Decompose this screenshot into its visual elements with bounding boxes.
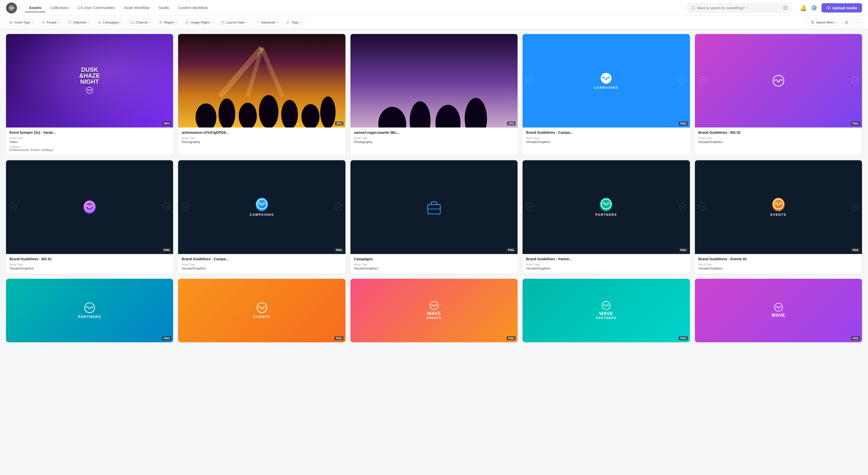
settings-icon[interactable]: ⚙️ — [811, 5, 817, 11]
svg-point-25 — [288, 22, 290, 23]
asset-card[interactable]: JPG actionvance-eXVd7gDPO9... Asset Type… — [178, 34, 345, 155]
asset-type-value: Video — [9, 140, 169, 144]
filter-label: Launch Date — [226, 21, 245, 24]
upload-media-button[interactable]: Upload media — [822, 3, 862, 12]
asset-thumb-inner: WAVE EVENTS — [350, 279, 518, 342]
filter-label: Channel — [135, 21, 148, 24]
more-options-button[interactable] — [853, 19, 862, 26]
asset-thumb-inner — [695, 34, 862, 127]
asset-thumbnail: EVENTS PNG — [178, 279, 345, 342]
asset-type-value: Photography — [354, 140, 514, 144]
asset-type-value: Visuals/Graphics — [526, 140, 686, 144]
upload-label: Upload media — [833, 6, 857, 10]
asset-card[interactable]: CAMPAIGNS PNG Brand Guidelines - Campa..… — [178, 160, 345, 274]
svg-rect-28 — [847, 21, 848, 22]
filter-asset-type[interactable]: Asset Type ▾ — [6, 19, 36, 26]
region-icon — [159, 21, 162, 24]
bell-icon[interactable]: 🔔 — [800, 5, 807, 11]
asset-type-label: Asset Type — [354, 263, 514, 266]
image-icon — [9, 21, 13, 24]
filter-objective[interactable]: Objective ▾ — [65, 19, 93, 26]
svg-point-15 — [160, 22, 161, 23]
format-badge: PNG — [851, 122, 860, 126]
asset-card[interactable]: JPG samuel-regan-asante-3Bc... Asset Typ… — [350, 34, 518, 155]
grid-icon — [845, 21, 848, 24]
tab-assets[interactable]: Assets — [25, 3, 45, 12]
search-input[interactable] — [697, 6, 781, 10]
filter-launch-date[interactable]: Launch Date ▾ — [218, 19, 251, 26]
asset-card[interactable]: PNG Brand Guidelines - BG 02 Asset Type … — [695, 34, 862, 155]
saved-filters-label: Saved filters — [816, 21, 834, 24]
filter-channel[interactable]: Channel ▾ — [127, 19, 154, 26]
people-icon — [41, 21, 45, 24]
svg-point-1 — [692, 6, 694, 9]
tab-collections[interactable]: Collections — [46, 3, 72, 12]
asset-thumbnail: PARTNERS PNG — [6, 279, 173, 342]
tab-asset-workflow[interactable]: Asset Workflow — [120, 3, 154, 12]
category-label: Category — [9, 145, 169, 148]
format-badge: JPG — [335, 122, 343, 126]
filter-label: Tags — [292, 21, 299, 24]
asset-thumbnail: CAMPAIGNS PNG — [178, 160, 345, 254]
asset-card[interactable]: PARTNERS PNG — [6, 279, 173, 342]
asset-title: Brand Guidelines - Campa... — [182, 257, 342, 261]
asset-card[interactable]: PARTNERS PNG Brand Guidelines - Partne..… — [523, 160, 690, 274]
asset-thumb-inner: CAMPAIGNS — [523, 34, 690, 127]
tab-content-workflow[interactable]: Content Workflow — [174, 3, 212, 12]
filter-usage-rights[interactable]: Usage Rights ▾ — [182, 19, 216, 26]
filter-bar: Asset Type ▾ People ▾ Objective ▾ Campai… — [0, 16, 868, 29]
svg-point-8 — [42, 21, 43, 22]
filter-campaigns[interactable]: Campaigns ▾ — [95, 19, 125, 26]
chevron-down-icon: ▾ — [88, 21, 89, 24]
asset-card[interactable]: WAVE EVENTS PNG — [350, 279, 518, 342]
asset-card[interactable]: CAMPAIGNS PNG Brand Guidelines - Campa..… — [523, 34, 690, 155]
chevron-down-icon: ▾ — [300, 21, 301, 24]
asset-card[interactable]: PNG Campaigns Asset Type Visuals/Graphic… — [350, 160, 518, 274]
tab-cx-user-communities[interactable]: CX User Communities — [74, 3, 119, 12]
format-badge: PNG — [506, 248, 516, 252]
asset-info: Brand Guidelines - Partne... Asset Type … — [523, 254, 690, 274]
asset-type-label: Asset Type — [526, 136, 686, 139]
filter-region[interactable]: Region ▾ — [156, 19, 180, 26]
asset-card[interactable]: WAVE PNG — [695, 279, 862, 342]
logo[interactable] — [6, 2, 17, 13]
asset-type-value: Visuals/Graphics — [182, 266, 342, 270]
svg-point-4 — [784, 7, 785, 7]
advanced-icon — [256, 21, 259, 24]
asset-grid: DUSK&HAZENIGHT MP4 Event bumper (3s) - V… — [6, 34, 862, 342]
asset-card[interactable]: DUSK&HAZENIGHT MP4 Event bumper (3s) - V… — [6, 34, 173, 155]
asset-type-value: Photography — [182, 140, 342, 144]
filter-advanced[interactable]: Advanced ▾ — [253, 19, 281, 26]
asset-title: Brand Guidelines - BG 01 — [9, 257, 169, 261]
asset-info: actionvance-eXVd7gDPO9... Asset Type Pho… — [178, 127, 345, 147]
asset-title: Brand Guidelines - BG 02 — [699, 130, 859, 134]
asset-card[interactable]: PNG Brand Guidelines - BG 01 Asset Type … — [6, 160, 173, 274]
format-badge: MP4 — [163, 122, 172, 126]
filter-label: Advanced — [261, 21, 275, 24]
format-badge: PNG — [679, 122, 688, 126]
format-badge: PNG — [335, 248, 343, 252]
filter-label: Asset Type — [14, 21, 30, 24]
format-badge: PNG — [162, 248, 172, 252]
svg-rect-27 — [845, 21, 846, 22]
tab-studio[interactable]: Studio — [155, 3, 173, 12]
asset-type-label: Asset Type — [699, 136, 859, 139]
svg-point-7 — [10, 22, 11, 22]
view-toggle-button[interactable] — [842, 19, 851, 26]
asset-card[interactable]: EVENTS PNG — [178, 279, 345, 342]
asset-info: samuel-regan-asante-3Bc... Asset Type Ph… — [350, 127, 518, 147]
filter-tags[interactable]: Tags ▾ — [283, 19, 304, 26]
svg-rect-16 — [186, 22, 189, 24]
asset-title: Event bumper (3s) - Variat... — [9, 130, 169, 134]
header: Assets Collections CX User Communities A… — [0, 0, 868, 16]
saved-filters-button[interactable]: Saved filters ▾ — [808, 19, 840, 26]
filter-people[interactable]: People ▾ — [38, 19, 63, 26]
format-badge: PNG — [679, 336, 688, 340]
asset-thumb-inner: PARTNERS — [6, 279, 173, 342]
asset-card[interactable]: EVENTS PNG Brand Guidelines - Events 01 … — [695, 160, 862, 274]
asset-thumb-inner: EVENTS — [695, 160, 862, 254]
asset-card[interactable]: WAVE PARTNERS PNG — [523, 279, 690, 342]
search-bar[interactable] — [687, 3, 792, 12]
asset-info: Brand Guidelines - BG 01 Asset Type Visu… — [6, 254, 173, 274]
asset-type-value: Visuals/Graphics — [9, 266, 169, 270]
